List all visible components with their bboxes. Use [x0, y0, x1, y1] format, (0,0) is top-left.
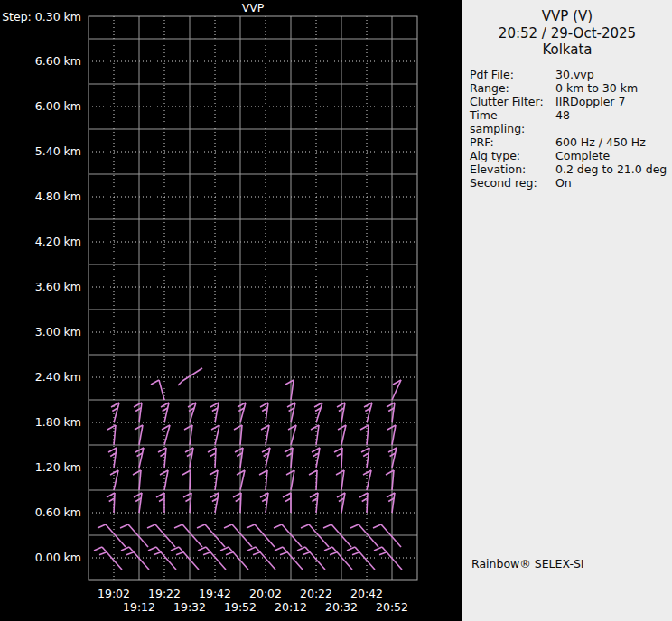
panel-header: VVP (V) 20:52 / 29-Oct-2025 Kolkata: [462, 8, 672, 59]
wind-barb: [309, 470, 317, 475]
radar-site-name: Kolkata: [462, 42, 672, 59]
x-tick-label: 20:32: [325, 600, 358, 614]
wind-barb: [266, 403, 268, 422]
y-tick-label: 2.40 km: [35, 370, 81, 384]
x-tick-label: 20:22: [300, 587, 332, 600]
meta-label: Elevation:: [470, 162, 555, 176]
wind-barb: [247, 524, 255, 528]
wind-barb: [158, 448, 166, 452]
wind-barb: [291, 470, 294, 490]
wind-barb: [99, 552, 107, 555]
wind-barb: [159, 498, 164, 502]
wind-barb: [164, 470, 168, 490]
scan-datetime: 20:52 / 29-Oct-2025: [462, 25, 672, 42]
meta-value: 0 km to 30 km: [555, 81, 672, 95]
wind-barb: [316, 470, 317, 490]
wind-barb: [94, 547, 102, 551]
wind-barb: [198, 547, 206, 551]
step-label: Step: 0.30 km: [2, 10, 81, 23]
meta-value: 30.vvp: [555, 68, 672, 81]
wind-barb: [341, 448, 342, 468]
wind-barb: [215, 470, 218, 490]
wind-barb: [341, 403, 345, 422]
meta-row: PRF:600 Hz / 450 Hz: [470, 135, 672, 149]
wind-barb: [303, 552, 310, 555]
wind-barb: [120, 524, 128, 528]
meta-label: Clutter Filter:: [470, 95, 555, 108]
wind-barb: [226, 552, 233, 555]
wind-profile-plot: VVPStep: 0.30 km6.60 km6.00 km5.40 km4.8…: [0, 0, 462, 621]
wind-barb: [229, 547, 248, 570]
meta-value: 600 Hz / 450 Hz: [555, 135, 672, 149]
meta-list: Pdf File:30.vvpRange:0 km to 30 kmClutte…: [462, 68, 672, 190]
x-tick-label: 20:42: [350, 587, 383, 600]
y-tick-label: 0.60 km: [35, 505, 81, 519]
wind-barb: [203, 552, 210, 555]
wind-barb: [102, 547, 122, 570]
x-tick-label: 20:52: [376, 600, 408, 614]
y-tick-label: 4.80 km: [35, 190, 81, 203]
wind-barb: [352, 552, 359, 555]
wind-barb: [355, 547, 375, 570]
wind-barb: [283, 493, 291, 497]
meta-label: Time sampling:: [470, 108, 555, 135]
wind-barb: [330, 552, 337, 555]
meta-row: Time sampling:48: [470, 108, 672, 135]
meta-value: 0.2 deg to 21.0 deg: [555, 162, 672, 176]
wind-barb: [240, 493, 241, 513]
wind-barb: [266, 425, 269, 445]
meta-label: Range:: [470, 81, 555, 95]
meta-row: Second reg:On: [470, 176, 672, 190]
wind-barb: [285, 448, 293, 452]
meta-label: Second reg:: [470, 176, 555, 190]
wind-barb: [392, 448, 397, 468]
meta-row: Elevation:0.2 deg to 21.0 deg: [470, 162, 672, 176]
meta-value: 48: [555, 108, 672, 135]
wind-barb: [367, 470, 371, 490]
wind-barb: [164, 448, 166, 468]
wind-barb: [121, 547, 129, 551]
wind-barb: [174, 524, 182, 528]
wind-barb: [190, 470, 191, 490]
wind-barb: [190, 448, 193, 468]
meta-value: On: [555, 176, 672, 190]
wind-barb: [301, 524, 309, 528]
x-tick-label: 19:42: [199, 587, 231, 600]
wind-barb: [316, 493, 318, 513]
wind-barb: [392, 425, 396, 445]
wind-barb: [114, 493, 115, 513]
wind-barb: [139, 448, 144, 468]
wind-barb: [151, 380, 159, 385]
wind-barb: [220, 547, 229, 551]
wind-barb: [156, 547, 176, 570]
x-tick-label: 19:02: [98, 587, 130, 600]
wind-barb: [285, 498, 291, 502]
vvp-window: VVPStep: 0.30 km6.60 km6.00 km5.40 km4.8…: [0, 0, 672, 621]
wind-barb: [341, 493, 345, 513]
wind-barb: [367, 493, 368, 513]
wind-barb: [171, 547, 179, 551]
x-tick-label: 19:22: [148, 587, 181, 600]
x-tick-label: 19:32: [173, 600, 206, 614]
meta-row: Alg type:Complete: [470, 149, 672, 162]
brand-footer: Rainbow® SELEX-SI: [471, 557, 584, 570]
wind-barb: [316, 448, 320, 468]
wind-barb: [234, 425, 242, 430]
wind-barb: [347, 547, 355, 551]
wind-barb: [341, 425, 346, 445]
wind-barb: [164, 403, 169, 422]
wind-barb: [197, 524, 205, 528]
x-tick-label: 20:12: [275, 600, 307, 614]
wind-barb: [291, 403, 295, 422]
wind-barb: [154, 552, 161, 555]
wind-barb: [386, 470, 394, 475]
y-tick-label: 5.40 km: [35, 144, 81, 158]
meta-label: PRF:: [470, 135, 555, 149]
meta-label: Pdf File:: [470, 68, 555, 81]
wind-barb: [350, 524, 359, 528]
y-tick-label: 3.00 km: [35, 325, 81, 338]
wind-barb: [247, 547, 256, 551]
y-tick-label: 1.20 km: [35, 460, 81, 474]
x-tick-label: 20:02: [249, 587, 282, 600]
meta-value: Complete: [555, 149, 672, 162]
